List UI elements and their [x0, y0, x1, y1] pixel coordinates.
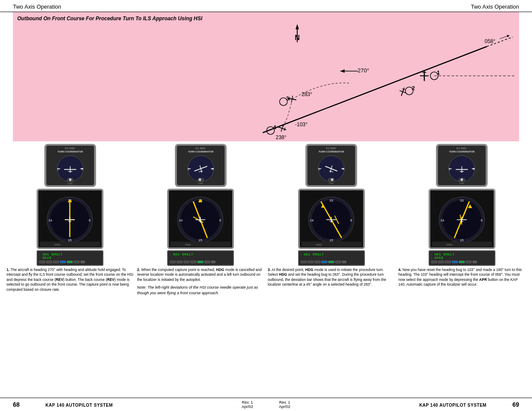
svg-text:D.C. ELEC.: D.C. ELEC.: [457, 147, 467, 149]
svg-line-24: [289, 97, 289, 100]
instrument-column-1: D.C. ELEC. TURN COORDINATOR L R 2 MIN. N…: [6, 144, 134, 395]
svg-text:KING: KING: [316, 243, 322, 246]
svg-text:1: 1: [437, 69, 440, 76]
hsi-3: 33 6 15 24 KING: [298, 189, 365, 249]
svg-text:2 MIN.: 2 MIN.: [329, 182, 334, 184]
svg-text:33: 33: [329, 199, 333, 202]
svg-text:6: 6: [219, 218, 221, 222]
svg-marker-5: [340, 69, 345, 73]
svg-text:L: L: [449, 168, 451, 171]
turn-coordinator-4: D.C. ELEC. TURN COORDINATOR L R 2 MIN.: [436, 144, 488, 187]
svg-rect-62: [40, 242, 100, 247]
turn-coordinator-1: D.C. ELEC. TURN COORDINATOR L R 2 MIN. N…: [44, 144, 96, 187]
svg-text:L: L: [188, 168, 190, 171]
svg-text:D.C. ELEC.: D.C. ELEC.: [196, 147, 206, 149]
svg-text:L: L: [318, 168, 320, 171]
svg-rect-120: [301, 242, 361, 247]
svg-text:6: 6: [350, 218, 352, 222]
svg-text:6: 6: [481, 218, 482, 222]
svg-text:33: 33: [460, 199, 464, 202]
instrument-column-2: D.C. ELEC. TURN COORDINATOR L R 2 MIN.: [137, 144, 264, 395]
instrument-column-4: D.C. ELEC. TURN COORDINATOR L R 2 MIN.: [398, 144, 526, 395]
svg-text:15: 15: [199, 238, 202, 242]
hsi-1: 33 6 15 24 KING: [37, 189, 103, 249]
svg-text:D.C. ELEC.: D.C. ELEC.: [326, 147, 336, 149]
header-title-right: Two Axis Operation: [471, 3, 519, 10]
svg-text:R: R: [212, 168, 214, 171]
svg-text:2 MIN.: 2 MIN.: [459, 182, 464, 184]
footer-title-right: KAP 140 AUTOPILOT SYSTEM: [419, 403, 486, 408]
page-number-right: 69: [512, 401, 519, 408]
svg-point-46: [69, 178, 72, 181]
svg-text:24: 24: [49, 218, 53, 222]
svg-text:283°: 283°: [302, 91, 312, 97]
svg-text:L: L: [57, 168, 59, 171]
svg-text:270°: 270°: [358, 67, 369, 74]
svg-text:R: R: [342, 168, 345, 171]
svg-text:24: 24: [179, 218, 183, 222]
svg-text:TURN COORDINATOR: TURN COORDINATOR: [188, 150, 213, 153]
svg-text:24: 24: [310, 218, 314, 222]
svg-text:TURN COORDINATOR: TURN COORDINATOR: [57, 150, 83, 153]
svg-text:2 MIN.: 2 MIN.: [198, 182, 203, 184]
svg-text:KING: KING: [55, 243, 61, 246]
svg-text:15: 15: [329, 238, 333, 242]
svg-text:TURN COORDINATOR: TURN COORDINATOR: [319, 150, 344, 153]
svg-text:2: 2: [412, 85, 415, 91]
svg-text:KING: KING: [185, 243, 192, 246]
page-number-left: 68: [13, 401, 20, 408]
svg-point-105: [331, 178, 333, 181]
svg-text:6: 6: [89, 218, 90, 222]
svg-marker-2: [296, 24, 299, 29]
svg-text:4: 4: [273, 124, 277, 131]
svg-point-134: [461, 178, 464, 181]
text-col-3: 3. At the desired point, HDG mode is use…: [268, 268, 395, 395]
hsi-2: 33 6 15 24 KING: [167, 189, 234, 249]
annunciator-3: • HDG RMALT: [298, 250, 365, 266]
svg-text:238°: 238°: [276, 134, 286, 140]
annunciator-4: • HDG RMALT • APR8: [429, 250, 495, 266]
svg-rect-91: [171, 242, 230, 247]
svg-rect-149: [432, 242, 492, 247]
instrument-column-3: D.C. ELEC. TURN COORDINATOR L R 2 MIN.: [268, 144, 395, 395]
svg-text:KING: KING: [446, 243, 453, 246]
svg-text:15: 15: [68, 238, 72, 242]
annunciator-2: • REV RMALT: [167, 250, 234, 266]
text-col-2: 2. When the computed capture point is re…: [137, 268, 264, 395]
svg-text:-103°: -103°: [295, 121, 308, 128]
page-footer: 68 KAP 140 AUTOPILOT SYSTEM Rev. 1 Apr/0…: [0, 398, 532, 411]
svg-text:R: R: [473, 168, 475, 171]
footer-title-left: KAP 140 AUTOPILOT SYSTEM: [46, 403, 113, 408]
footer-rev-right: Rev. 1 Apr/02: [279, 400, 291, 409]
diagram-svg: N 270° 058° 1 2: [13, 12, 519, 141]
text-col-4: 4. Now you have reset the heading bug to…: [398, 268, 526, 395]
svg-text:R: R: [81, 168, 83, 171]
svg-text:D.C. ELEC.: D.C. ELEC.: [65, 147, 75, 149]
footer-rev-left: Rev. 1 Apr/02: [242, 400, 253, 409]
svg-text:24: 24: [440, 218, 444, 222]
hsi-4: 33 6 15 24 KING: [429, 189, 495, 249]
turn-coordinator-3: D.C. ELEC. TURN COORDINATOR L R 2 MIN.: [305, 144, 357, 187]
svg-point-76: [199, 178, 201, 181]
page-header: Two Axis Operation Two Axis Operation: [0, 0, 532, 12]
diagram-area: Outbound On Front Course For Procedure T…: [13, 12, 519, 141]
header-title-left: Two Axis Operation: [13, 3, 61, 10]
turn-coordinator-2: D.C. ELEC. TURN COORDINATOR L R 2 MIN.: [175, 144, 227, 187]
svg-line-9: [500, 36, 508, 39]
svg-text:058°: 058°: [485, 38, 495, 44]
svg-text:15: 15: [460, 238, 464, 242]
text-col-1: 1. The aircraft is heading 270° with hea…: [6, 268, 134, 395]
svg-text:NO PITCH: NO PITCH: [67, 184, 74, 186]
svg-line-6: [263, 47, 487, 133]
svg-text:3: 3: [286, 95, 289, 102]
svg-text:TURN COORDINATOR: TURN COORDINATOR: [449, 150, 475, 153]
annunciator-1: • HDG RMALT • REV8: [37, 250, 103, 266]
